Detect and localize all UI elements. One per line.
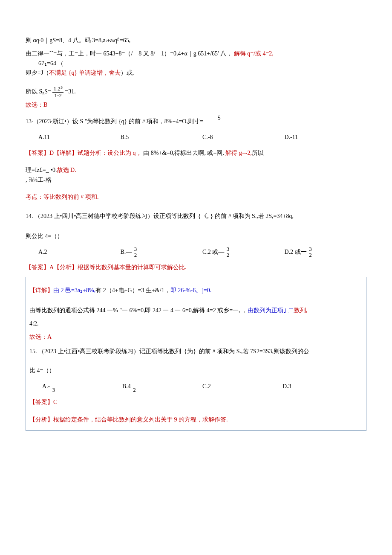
paragraph: , ⅞⅛工-格: [26, 177, 366, 183]
fraction: 3 2: [226, 246, 231, 259]
denominator: 1-2: [52, 93, 63, 99]
numerator: [52, 381, 56, 386]
text-red: 【详解】: [29, 287, 53, 293]
text-red: 不满足 {q} 单调递增，舍去: [49, 70, 120, 76]
answer-select: 故选：A: [29, 331, 363, 344]
text-blue: 由 2 邑=3a₂+8%,: [53, 287, 95, 293]
denominator: 3: [52, 387, 56, 393]
option-c: C.-8: [202, 131, 285, 144]
denominator: 2: [308, 252, 313, 258]
numerator: [132, 381, 137, 386]
fraction: 2: [132, 381, 137, 393]
text: A.-: [42, 383, 50, 389]
option-d: D.2 或一 3 2: [285, 246, 367, 259]
option-c: C.2: [202, 380, 282, 393]
paragraph: 67₁=64 （: [38, 61, 366, 67]
exam-point: 考点：等比数列的前〃项和.: [26, 191, 366, 204]
question-14-options: A.2 B.— 3 2 C.2 或— 3 2 D.2 或一 3 2: [38, 246, 366, 259]
paragraph: 即夕=J（不满足 {q} 单调递增，舍去）或,: [26, 67, 366, 80]
option-a: A.- 3: [42, 380, 122, 393]
option-b: B.4 2: [122, 380, 202, 393]
denominator: 2: [133, 252, 138, 258]
solution-box: 【详解】由 2 邑=3a₂+8%,有 2（4+电+G）=3 生+&/1，即 26…: [26, 277, 366, 431]
text: 由二得一ˆˆ=与，工=上，时一 6543+8=（/—8 又 8/—1）=0,4+…: [26, 50, 232, 57]
paragraph: 【详解】由 2 邑=3a₂+8%,有 2（4+电+G）=3 生+&/1，即 26…: [29, 284, 363, 297]
paragraph: 4:2.: [29, 317, 363, 331]
text: ）或,: [121, 70, 134, 76]
text: 由 8%+&=0,得标出去啊, 或=网,: [142, 150, 226, 156]
text: 即夕=J（: [26, 70, 49, 76]
denominator: 2: [226, 252, 231, 258]
text: 所以: [252, 150, 264, 156]
paragraph: 则 αq·0｜gS=8、4 八。码 3=8,aᵢ+aᵢqᵝ=65,: [26, 34, 366, 47]
option-a: A.11: [38, 131, 121, 144]
text-red: 故选 D.: [57, 167, 76, 173]
question-14-stem2: 则公比 4=（）: [26, 230, 366, 243]
numerator: 3: [133, 246, 138, 252]
fraction: 1.2⁵ 1-2: [52, 86, 63, 99]
question-14-answer-label: 【答案】A【分析】根据等比数列基本量的计算即可求解公比.: [26, 261, 366, 274]
text-red: 数列,: [294, 307, 308, 314]
text-red: 【答案】D【详解】试题分析：设公比为 q，: [26, 150, 142, 156]
paragraph: 理=Iz£=_ •0.故选 D.: [26, 164, 366, 177]
question-15-analysis: 【分析】根据给定条件，结合等比数列的意义列出关于 9 的方程，求解作答.: [29, 413, 363, 427]
text: 由等比数列的通项公式得 244 一% "一 6%=0,即 242 一 4 一 6…: [29, 307, 248, 314]
numerator: 1.2⁵: [52, 86, 63, 92]
question-13-stem: 13·（2023·浙江•）设 S "为等比数列 {q} 的前〃项和，8%+4=O…: [26, 115, 366, 128]
paragraph: 所以 S5S= 1.2⁵ 1-2 =31.: [26, 85, 366, 99]
option-b: B.5: [121, 131, 203, 144]
text: B.4: [122, 383, 131, 389]
denominator: 2: [132, 387, 137, 393]
text: 所以 S: [26, 88, 42, 95]
fraction: 3 2: [133, 246, 138, 259]
question-15-stem: 15. （2023 上•江西•高三校联考阶段练习）记正项等比数列｛为｝的前〃项和…: [29, 345, 363, 358]
option-d: D.3: [282, 380, 363, 393]
text-blue: 即 26-%-6。]=0.: [170, 287, 212, 293]
text: 有 2（4+电+G）=3 生+&/1，: [95, 287, 170, 293]
text-blue: 由数列为正项｣ 二: [248, 307, 294, 314]
text: =31.: [65, 88, 75, 95]
text: S=: [44, 88, 51, 95]
text: S: [217, 112, 221, 125]
fraction: 3 2: [308, 246, 313, 259]
text: B.—: [121, 249, 132, 255]
option-a: A.2: [38, 246, 121, 259]
text: 理=Iz£=_ •0.: [26, 167, 57, 173]
text: 67₁=64 （: [38, 60, 63, 67]
question-13-options: A.11 B.5 C.-8 D.-11: [38, 131, 366, 144]
fraction: 3: [52, 381, 56, 393]
question-15-options: A.- 3 B.4 2 C.2 D.3: [42, 380, 363, 393]
text: C.2 或—: [202, 249, 224, 255]
numerator: 3: [308, 246, 313, 252]
paragraph: 由二得一ˆˆ=与，工=上，时一 6543+8=（/—8 又 8/—1）=0,4+…: [26, 47, 366, 61]
question-14-stem: 14. （2023 上•四川•高三树德中学校考阶段练习）设正项等比数列｛《, }…: [26, 210, 366, 223]
question-15-answer: 【答案】C: [29, 396, 363, 409]
paragraph: 由等比数列的通项公式得 244 一% "一 6%=0,即 242 一 4 一 6…: [29, 304, 363, 317]
option-c: C.2 或— 3 2: [202, 246, 285, 259]
question-13-answer: 【答案】D【详解】试题分析：设公比为 q， 由 8%+&=0,得标出去啊, 或=…: [26, 147, 366, 160]
numerator: 3: [226, 246, 231, 252]
text: D.2 或一: [285, 249, 307, 255]
question-15-stem2: 比 4=（）: [29, 364, 363, 378]
option-b: B.— 3 2: [121, 246, 203, 259]
text: 13·（2023·浙江•）设 S "为等比数列 {q} 的前〃项和，8%+4=O…: [26, 118, 203, 125]
text-red: 解得 g=-2,: [225, 150, 252, 156]
option-d: D.-11: [285, 131, 367, 144]
text-red: 解得 q=/或 4=2,: [234, 50, 274, 57]
answer-select: 故选：B: [26, 99, 366, 112]
